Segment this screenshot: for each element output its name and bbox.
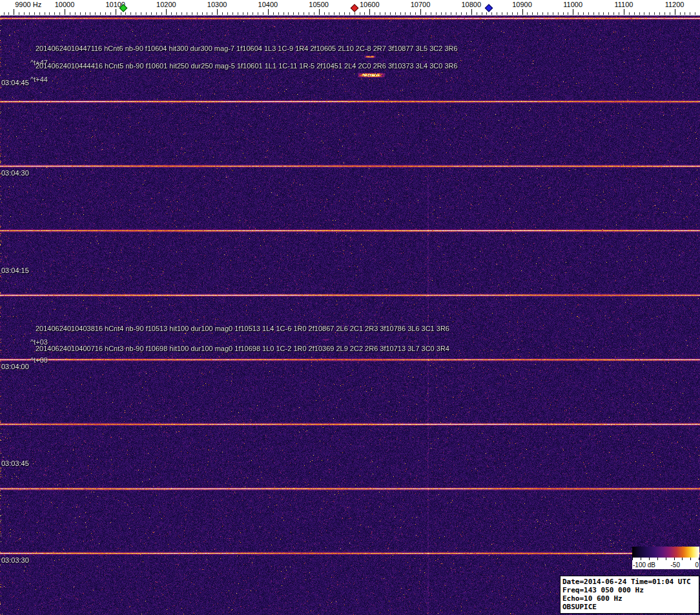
freq-tick-label: 10700 bbox=[411, 1, 431, 8]
freq-axis-minor-tick bbox=[461, 12, 462, 15]
freq-axis-minor-tick bbox=[486, 12, 487, 15]
freq-tick-label: 10300 bbox=[207, 1, 227, 8]
freq-axis-minor-tick bbox=[80, 12, 81, 15]
freq-axis-minor-tick bbox=[324, 12, 325, 15]
freq-axis-major-tick bbox=[217, 9, 218, 15]
freq-axis-minor-tick bbox=[685, 12, 685, 15]
freq-axis-minor-tick bbox=[563, 12, 564, 15]
freq-axis-minor-tick bbox=[385, 12, 386, 15]
colorbar-gradient bbox=[632, 547, 699, 558]
freq-axis-major-tick bbox=[471, 9, 472, 15]
freq-axis-minor-tick bbox=[207, 12, 207, 15]
freq-axis-minor-tick bbox=[247, 12, 248, 15]
freq-axis-minor-tick bbox=[690, 12, 690, 15]
freq-axis-minor-tick bbox=[542, 12, 543, 15]
freq-axis-minor-tick bbox=[95, 12, 96, 15]
freq-axis-minor-tick bbox=[298, 12, 299, 15]
freq-axis-minor-tick bbox=[629, 12, 630, 15]
freq-axis-minor-tick bbox=[125, 12, 126, 15]
info-box-line: Freq=143 050 000 Hz bbox=[562, 586, 697, 594]
blue-diamond-marker[interactable] bbox=[485, 4, 493, 12]
freq-axis-minor-tick bbox=[659, 12, 660, 15]
freq-axis-minor-tick bbox=[105, 12, 106, 15]
freq-axis-minor-tick bbox=[451, 12, 451, 15]
freq-axis-minor-tick bbox=[400, 12, 401, 15]
freq-axis-minor-tick bbox=[512, 12, 513, 15]
freq-axis-minor-tick bbox=[252, 12, 253, 15]
freq-axis-minor-tick bbox=[527, 12, 528, 15]
freq-axis-minor-tick bbox=[603, 12, 604, 15]
freq-axis-major-tick bbox=[268, 9, 269, 15]
freq-tick-label: 10200 bbox=[156, 1, 176, 8]
frequency-axis: 9900 Hz100001010010200103001040010500106… bbox=[0, 0, 700, 15]
freq-axis-minor-tick bbox=[608, 12, 609, 15]
freq-axis-minor-tick bbox=[110, 12, 111, 15]
freq-axis-minor-tick bbox=[375, 12, 375, 15]
freq-axis-minor-tick bbox=[599, 12, 599, 15]
freq-tick-label: 10400 bbox=[258, 1, 278, 8]
freq-tick-label: 10600 bbox=[360, 1, 380, 8]
freq-tick-label: 11000 bbox=[563, 1, 582, 8]
freq-axis-minor-tick bbox=[49, 12, 50, 15]
freq-tick-label: 11100 bbox=[614, 1, 633, 8]
freq-axis-major-tick bbox=[675, 9, 675, 15]
freq-axis-minor-tick bbox=[176, 12, 177, 15]
freq-axis-minor-tick bbox=[34, 12, 35, 15]
freq-axis-minor-tick bbox=[75, 12, 76, 15]
freq-axis-minor-tick bbox=[380, 12, 380, 15]
freq-axis-minor-tick bbox=[491, 12, 492, 15]
freq-axis-minor-tick bbox=[54, 12, 55, 15]
freq-axis-minor-tick bbox=[588, 12, 589, 15]
freq-axis-minor-tick bbox=[507, 12, 508, 15]
freq-axis-minor-tick bbox=[181, 12, 182, 15]
freq-tick-label: 11200 bbox=[665, 1, 685, 8]
freq-axis-minor-tick bbox=[130, 12, 131, 15]
freq-axis-minor-tick bbox=[360, 12, 360, 15]
freq-axis-major-tick bbox=[369, 9, 370, 15]
freq-axis-minor-tick bbox=[90, 12, 90, 15]
freq-axis-minor-tick bbox=[654, 12, 655, 15]
freq-axis-minor-tick bbox=[431, 12, 431, 15]
freq-tick-label: 9900 Hz bbox=[15, 1, 41, 8]
freq-axis-minor-tick bbox=[441, 12, 442, 15]
colorbar-max-label: 0 bbox=[695, 561, 699, 569]
freq-axis-minor-tick bbox=[121, 12, 121, 15]
freq-axis-minor-tick bbox=[446, 12, 446, 15]
freq-axis-minor-tick bbox=[278, 12, 279, 15]
freq-axis-minor-tick bbox=[482, 12, 482, 15]
freq-axis-minor-tick bbox=[497, 12, 497, 15]
status-info-box: Date=2014-06-24 Time=01:04 UTCFreq=143 0… bbox=[560, 576, 699, 614]
freq-axis-minor-tick bbox=[4, 12, 5, 15]
freq-axis-minor-tick bbox=[649, 12, 650, 15]
freq-axis-minor-tick bbox=[238, 12, 238, 15]
waterfall-spectrogram bbox=[0, 15, 700, 615]
freq-axis-minor-tick bbox=[85, 12, 86, 15]
freq-axis-minor-tick bbox=[8, 12, 9, 15]
freq-axis-minor-tick bbox=[395, 12, 396, 15]
freq-axis-minor-tick bbox=[410, 12, 411, 15]
colorbar-labels: -100 dB -50 0 bbox=[632, 560, 699, 569]
freq-axis-minor-tick bbox=[537, 12, 538, 15]
info-box-line: Echo=10 600 Hz bbox=[562, 594, 697, 603]
colorbar-legend: -100 dB -50 0 bbox=[632, 547, 699, 569]
freq-axis-minor-tick bbox=[339, 12, 340, 15]
freq-axis-minor-tick bbox=[29, 12, 30, 15]
freq-axis-minor-tick bbox=[59, 12, 60, 15]
freq-axis-minor-tick bbox=[202, 12, 203, 15]
freq-axis-minor-tick bbox=[349, 12, 350, 15]
freq-axis-minor-tick bbox=[309, 12, 309, 15]
freq-axis-major-tick bbox=[166, 9, 167, 15]
freq-axis-minor-tick bbox=[405, 12, 406, 15]
freq-axis-minor-tick bbox=[222, 12, 223, 15]
freq-axis-minor-tick bbox=[161, 12, 162, 15]
freq-tick-label: 10800 bbox=[462, 1, 482, 8]
freq-axis-minor-tick bbox=[593, 12, 594, 15]
freq-axis-minor-tick bbox=[613, 12, 614, 15]
red-diamond-marker[interactable] bbox=[350, 4, 358, 12]
freq-axis-minor-tick bbox=[578, 12, 579, 15]
freq-axis-minor-tick bbox=[329, 12, 329, 15]
freq-axis-minor-tick bbox=[187, 12, 187, 15]
freq-axis-major-tick bbox=[573, 9, 573, 15]
freq-axis-major-tick bbox=[65, 9, 65, 15]
freq-axis-minor-tick bbox=[136, 12, 136, 15]
